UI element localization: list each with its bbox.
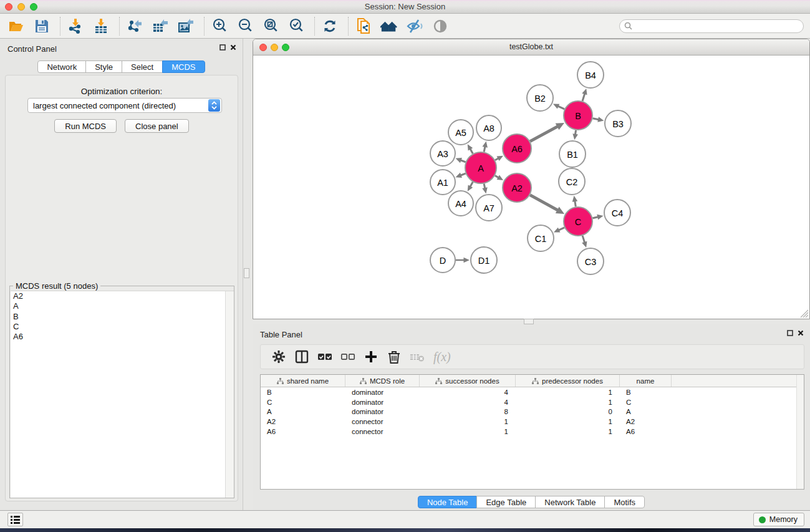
export-table-icon[interactable] [152, 17, 169, 35]
zoom-fit-selected-icon[interactable] [287, 17, 305, 35]
delete-columns-icon[interactable] [385, 347, 403, 366]
edge-C-C4[interactable] [592, 217, 598, 218]
edge-C-C3[interactable] [582, 236, 584, 243]
table-row[interactable]: Bdominator41B [261, 387, 804, 397]
column-header-predecessor-nodes[interactable]: predecessor nodes [516, 375, 620, 387]
toggle-column-view-icon[interactable] [292, 347, 311, 366]
edge-A-A5[interactable] [470, 149, 473, 154]
close-window-button[interactable] [5, 3, 12, 11]
tab-node-table[interactable]: Node Table [418, 496, 478, 508]
edge-A2-C[interactable] [530, 195, 558, 211]
zoom-window-button[interactable] [30, 3, 37, 11]
tab-network[interactable]: Network [37, 60, 86, 73]
column-header-name[interactable]: name [620, 375, 672, 387]
search-field[interactable] [619, 19, 804, 33]
table-settings-icon[interactable] [269, 347, 288, 366]
result-item[interactable]: A6 [11, 332, 234, 342]
float-panel-icon[interactable] [219, 44, 226, 51]
cell-name[interactable]: A [620, 407, 672, 417]
network-view[interactable]: B4B2BB3A8A5A6A3B1AC2A1A2A4A7C4CC1C3DD1 [253, 56, 809, 319]
cell-predecessor-nodes[interactable]: 1 [516, 397, 620, 407]
close-table-panel-icon[interactable] [798, 330, 804, 336]
memory-button[interactable]: Memory [753, 513, 804, 526]
cell-MCDS-role[interactable]: dominator [345, 387, 420, 397]
cell-successor-nodes[interactable]: 1 [420, 427, 516, 437]
cell-successor-nodes[interactable]: 4 [420, 397, 516, 407]
network-minimize-button[interactable] [271, 44, 278, 51]
cell-shared-name[interactable]: A [261, 407, 345, 417]
function-builder-icon[interactable]: f(x) [433, 350, 451, 364]
cell-successor-nodes[interactable]: 8 [420, 407, 516, 417]
cell-shared-name[interactable]: A6 [261, 427, 345, 437]
zoom-actual-size-icon[interactable] [262, 17, 279, 35]
edge-C-C1[interactable] [559, 228, 564, 230]
optimization-criterion-select[interactable]: largest connected component (directed) [27, 98, 222, 113]
save-session-icon[interactable] [33, 17, 51, 35]
tab-mcds[interactable]: MCDS [162, 60, 205, 73]
table-scrollbar[interactable] [796, 375, 804, 489]
cell-predecessor-nodes[interactable]: 1 [516, 417, 620, 427]
cell-name[interactable]: A2 [620, 417, 672, 427]
task-history-button[interactable] [7, 513, 23, 526]
select-all-rows-icon[interactable] [316, 347, 334, 366]
table-row[interactable]: Cdominator41C [261, 397, 804, 407]
result-item[interactable]: B [11, 312, 234, 322]
tab-motifs[interactable]: Motifs [604, 496, 645, 508]
cell-shared-name[interactable]: C [261, 397, 345, 407]
deselect-all-rows-icon[interactable] [339, 347, 357, 366]
edge-A-A4[interactable] [470, 182, 473, 187]
run-mcds-button[interactable]: Run MCDS [54, 119, 117, 133]
edge-A-A2[interactable] [495, 176, 499, 178]
minimize-window-button[interactable] [17, 3, 25, 11]
hide-selected-icon[interactable] [406, 17, 423, 35]
network-zoom-button[interactable] [282, 44, 289, 51]
result-list-scrollbar[interactable] [225, 291, 234, 498]
result-item[interactable]: A2 [11, 291, 234, 301]
result-item[interactable]: C [11, 322, 234, 332]
cell-successor-nodes[interactable]: 4 [420, 387, 516, 397]
export-network-icon[interactable] [126, 17, 143, 35]
zoom-in-icon[interactable] [211, 17, 228, 35]
table-row[interactable]: Adominator80A [261, 407, 804, 417]
edge-A-A7[interactable] [484, 183, 485, 188]
refresh-view-icon[interactable] [321, 17, 339, 35]
cell-shared-name[interactable]: A2 [261, 417, 345, 427]
table-row[interactable]: A2connector11A2 [261, 417, 804, 427]
edge-A-A8[interactable] [484, 147, 485, 152]
edge-A6-B[interactable] [530, 127, 557, 142]
zoom-out-icon[interactable] [236, 17, 254, 35]
cell-successor-nodes[interactable]: 1 [420, 417, 516, 427]
network-close-button[interactable] [259, 44, 267, 51]
column-header-MCDS-role[interactable]: MCDS role [345, 375, 420, 387]
show-all-icon[interactable] [432, 17, 449, 35]
horizontal-split-handle[interactable] [524, 319, 534, 324]
cell-predecessor-nodes[interactable]: 1 [516, 427, 620, 437]
tab-network-table[interactable]: Network Table [535, 496, 605, 508]
close-panel-button[interactable]: Close panel [125, 119, 189, 133]
cell-name[interactable]: C [620, 397, 672, 407]
cell-MCDS-role[interactable]: dominator [345, 407, 420, 417]
copy-current-network-icon[interactable] [355, 17, 372, 35]
result-item[interactable]: A [11, 301, 234, 311]
edge-B-B1[interactable] [576, 130, 576, 135]
edge-C-C2[interactable] [575, 201, 576, 206]
cell-MCDS-role[interactable]: dominator [345, 397, 420, 407]
import-network-icon[interactable] [67, 17, 84, 35]
cell-MCDS-role[interactable]: connector [345, 427, 420, 437]
close-panel-icon[interactable] [230, 44, 236, 51]
float-table-panel-icon[interactable] [787, 330, 793, 336]
column-header-successor-nodes[interactable]: successor nodes [420, 375, 516, 387]
cell-name[interactable]: A6 [620, 427, 672, 437]
delete-table-icon[interactable] [408, 347, 427, 366]
cell-predecessor-nodes[interactable]: 1 [516, 387, 620, 397]
edge-A-A1[interactable] [461, 173, 466, 175]
table-row[interactable]: A6connector11A6 [261, 427, 804, 437]
vertical-split-handle[interactable] [244, 268, 249, 278]
network-window-titlebar[interactable]: testGlobe.txt [253, 39, 809, 56]
first-neighbors-icon[interactable] [380, 17, 398, 35]
edge-B-B4[interactable] [582, 94, 585, 101]
open-session-icon[interactable] [7, 17, 25, 35]
search-input[interactable] [635, 22, 794, 31]
tab-style[interactable]: Style [85, 60, 122, 73]
export-image-icon[interactable] [177, 17, 195, 35]
